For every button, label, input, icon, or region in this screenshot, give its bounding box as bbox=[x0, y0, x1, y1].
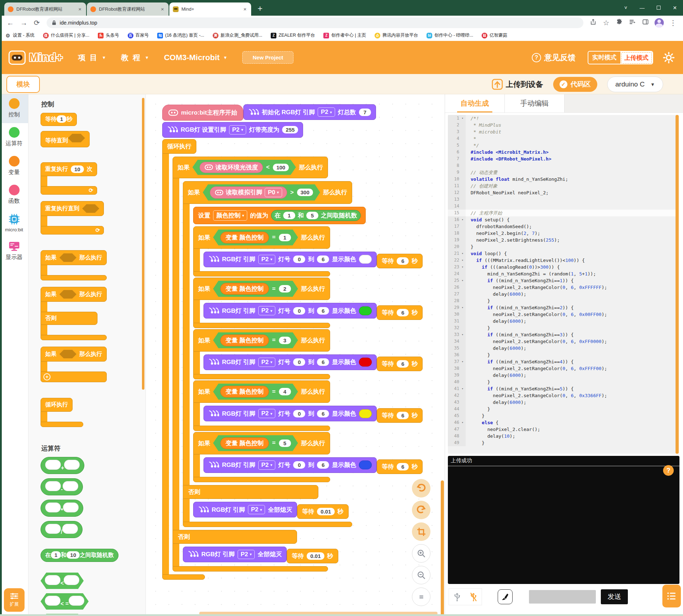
variable-reporter[interactable]: 变量 颜色控制 bbox=[220, 232, 269, 243]
empty-slot[interactable] bbox=[64, 575, 79, 585]
number-input[interactable]: 0 bbox=[293, 461, 305, 469]
empty-bool-slot[interactable] bbox=[59, 350, 76, 358]
wait-seconds-block[interactable]: 等待0.01秒 bbox=[287, 549, 338, 563]
if-color-5-block[interactable]: 如果变量 颜色控制=5那么执行RGB灯 引脚P2▾灯号0到6显示颜色等待6秒 bbox=[193, 432, 445, 483]
dropdown[interactable]: P2▾ bbox=[258, 409, 276, 418]
sidebar-item-display[interactable]: 显示器 bbox=[0, 237, 28, 266]
browser-tab-1[interactable]: DFRobot教育课程网站 × bbox=[4, 2, 86, 16]
dropdown[interactable]: P2▾ bbox=[258, 460, 276, 470]
bookmark-item[interactable]: 百百家号 bbox=[128, 32, 149, 38]
color-swatch[interactable] bbox=[359, 306, 372, 315]
menu-project[interactable]: 项 目▼ bbox=[78, 53, 106, 63]
if-analog-pin-block[interactable]: 如果读取模拟引脚P0▾>300那么执行设置颜色控制▾的值为在1和5之间取随机数如… bbox=[183, 181, 445, 527]
divide-block[interactable]: / bbox=[41, 521, 83, 538]
color-swatch[interactable] bbox=[359, 358, 372, 367]
palette-scrollbar[interactable] bbox=[142, 98, 144, 390]
sidebar-item-variables[interactable]: 变量 bbox=[0, 152, 28, 181]
boolean-expression[interactable]: 变量 颜色控制=4 bbox=[213, 384, 298, 400]
bookmark-item[interactable]: 菇亿智蘑菇 bbox=[482, 32, 507, 38]
back-button[interactable]: ← bbox=[4, 16, 17, 30]
number-input[interactable]: 2 bbox=[279, 285, 291, 293]
bookmark-item[interactable]: ⚙设置 - 系统 bbox=[5, 32, 35, 38]
number-input[interactable]: 6 bbox=[317, 410, 329, 417]
number-input[interactable]: 4 bbox=[279, 388, 291, 395]
number-input[interactable]: 255 bbox=[282, 126, 298, 133]
if-then-block[interactable]: 如果那么执行 bbox=[41, 250, 107, 281]
tab-auto-generate[interactable]: 自动生成 bbox=[445, 94, 505, 112]
dropdown[interactable]: P2▾ bbox=[258, 255, 276, 264]
number-input[interactable]: 0 bbox=[293, 256, 305, 263]
empty-slot[interactable] bbox=[64, 460, 80, 470]
empty-slot[interactable] bbox=[63, 502, 79, 512]
code-editor[interactable]: 1▾/*!2 * MindPlus3 * microbit4 *5 */6#in… bbox=[448, 115, 679, 454]
number-input[interactable]: 5 bbox=[306, 212, 318, 219]
reload-button[interactable]: ⟳ bbox=[31, 16, 43, 30]
usb-disconnect-icon[interactable] bbox=[465, 589, 482, 605]
boolean-expression[interactable]: 变量 颜色控制=5 bbox=[213, 435, 298, 451]
number-input[interactable]: 0.01 bbox=[317, 508, 334, 515]
empty-slot[interactable] bbox=[45, 575, 60, 585]
code-area-toggle[interactable]: ✓ 代码区 bbox=[553, 77, 597, 92]
dropdown[interactable]: P2▾ bbox=[238, 550, 255, 559]
subtract-block[interactable]: - bbox=[41, 478, 83, 495]
number-input[interactable]: 0.01 bbox=[307, 552, 324, 560]
init-rgb-strip-block[interactable]: 初始化 RGB灯 引脚P2▾灯总数7 bbox=[243, 104, 376, 120]
new-tab-button[interactable]: + bbox=[255, 4, 265, 14]
boolean-expression[interactable]: 变量 颜色控制=2 bbox=[213, 281, 298, 297]
number-input[interactable]: 5 bbox=[279, 439, 291, 447]
block-canvas[interactable]: micro:bit主程序开始初始化 RGB灯 引脚P2▾灯总数7RGB灯 设置引… bbox=[146, 94, 445, 616]
rgb-all-off-block[interactable]: RGB灯 引脚P2▾全部熄灭 bbox=[193, 502, 297, 517]
rgb-brightness-block[interactable]: RGB灯 设置引脚P2▾灯带亮度为255 bbox=[162, 122, 303, 138]
number-input[interactable]: 6 bbox=[317, 358, 329, 366]
project-name-box[interactable]: New Project bbox=[242, 51, 293, 64]
editor-scrollbar[interactable] bbox=[676, 115, 679, 454]
number-input[interactable]: 10 bbox=[71, 165, 84, 173]
rgb-show-color-block[interactable]: RGB灯 引脚P2▾灯号0到6显示颜色 bbox=[203, 303, 377, 318]
tab-close-icon[interactable]: × bbox=[160, 6, 165, 12]
tab-close-icon[interactable]: × bbox=[242, 6, 248, 12]
side-panel-icon[interactable] bbox=[639, 16, 652, 30]
number-input[interactable]: 6 bbox=[317, 307, 329, 315]
screenshot-button[interactable] bbox=[412, 522, 430, 541]
wait-block[interactable]: 等待1秒 bbox=[41, 113, 77, 126]
sidebar-item-operators[interactable]: 运算符 bbox=[0, 123, 28, 152]
bookmark-item[interactable]: 头头条号 bbox=[98, 32, 119, 38]
number-input[interactable]: 7 bbox=[359, 109, 371, 116]
wait-seconds-block[interactable]: 等待6秒 bbox=[377, 305, 423, 320]
serial-send-input[interactable] bbox=[529, 590, 596, 604]
number-input[interactable]: 300 bbox=[297, 189, 313, 196]
less-equal-block[interactable]: < = bbox=[41, 593, 89, 610]
bookmark-item[interactable]: 企腾讯内容开放平台 bbox=[375, 32, 418, 38]
variable-reporter[interactable]: 变量 颜色控制 bbox=[220, 437, 269, 449]
tab-manual-edit[interactable]: 手动编辑 bbox=[505, 94, 565, 112]
empty-slot[interactable] bbox=[45, 596, 60, 606]
profile-avatar[interactable] bbox=[655, 18, 664, 27]
zoom-in-button[interactable] bbox=[412, 544, 430, 563]
wait-seconds-block[interactable]: 等待6秒 bbox=[377, 357, 423, 371]
number-input[interactable]: 6 bbox=[397, 309, 409, 316]
zoom-reset-button[interactable] bbox=[412, 588, 430, 606]
dropdown[interactable]: P2▾ bbox=[258, 358, 276, 367]
bookmark-item[interactable]: 知(16 条消息) 首页 -... bbox=[157, 32, 204, 38]
forever-loop-block[interactable]: 循环执行如果读取环境光强度<100那么执行如果读取模拟引脚P0▾>300那么执行… bbox=[162, 139, 445, 580]
rgb-show-color-block[interactable]: RGB灯 引脚P2▾灯号0到6显示颜色 bbox=[203, 406, 377, 421]
if-ambient-light-block[interactable]: 如果读取环境光强度<100那么执行如果读取模拟引脚P0▾>300那么执行设置颜色… bbox=[173, 157, 445, 572]
number-input[interactable]: 1 bbox=[51, 551, 61, 559]
number-input[interactable]: 1 bbox=[57, 115, 67, 123]
empty-slot[interactable] bbox=[45, 502, 61, 512]
menu-device[interactable]: COM3-Microbit▼ bbox=[164, 53, 227, 62]
clear-monitor-button[interactable] bbox=[498, 589, 513, 604]
empty-bool-slot[interactable] bbox=[82, 204, 99, 213]
bookmark-item[interactable]: bi创作中心 - 哔哩哔... bbox=[427, 32, 473, 38]
dropdown[interactable]: P2▾ bbox=[248, 505, 265, 514]
variable-reporter[interactable]: 变量 颜色控制 bbox=[220, 283, 269, 295]
menu-tutorial[interactable]: 教 程▼ bbox=[121, 53, 149, 63]
random-number-block[interactable]: 在1和10之间取随机数 bbox=[41, 549, 118, 562]
number-input[interactable]: 3 bbox=[279, 337, 291, 344]
wait-until-block[interactable]: 等待直到 bbox=[41, 131, 90, 147]
number-input[interactable]: 1 bbox=[279, 234, 291, 241]
window-close-button[interactable]: ✕ bbox=[667, 0, 683, 16]
color-swatch[interactable] bbox=[359, 255, 372, 264]
number-input[interactable]: 6 bbox=[397, 463, 409, 470]
boolean-expression[interactable]: 读取环境光强度<100 bbox=[192, 160, 296, 175]
